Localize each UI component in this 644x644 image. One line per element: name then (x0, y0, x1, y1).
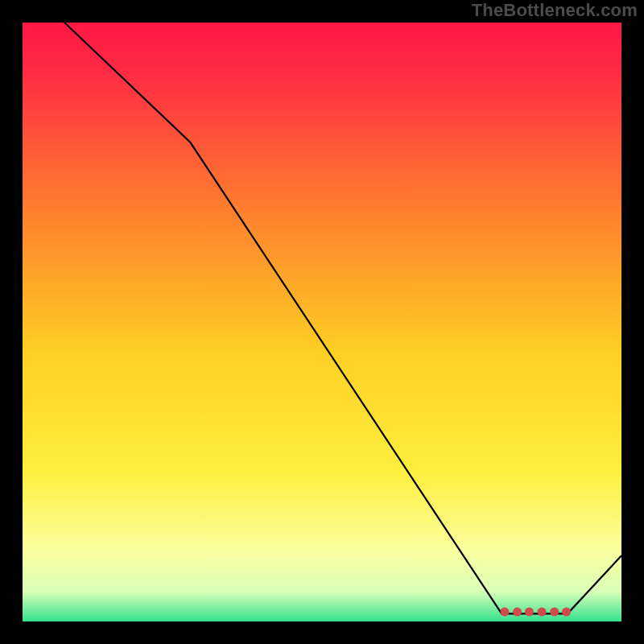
flat-marker (500, 608, 509, 617)
chart-container: TheBottleneck.com (0, 0, 644, 644)
flat-marker (550, 608, 559, 617)
flat-marker (562, 608, 571, 617)
watermark-label: TheBottleneck.com (472, 0, 638, 21)
flat-marker (538, 608, 547, 617)
chart-background (23, 23, 621, 621)
flat-marker (525, 608, 534, 617)
flat-marker (513, 608, 522, 617)
bottleneck-chart (0, 0, 644, 644)
